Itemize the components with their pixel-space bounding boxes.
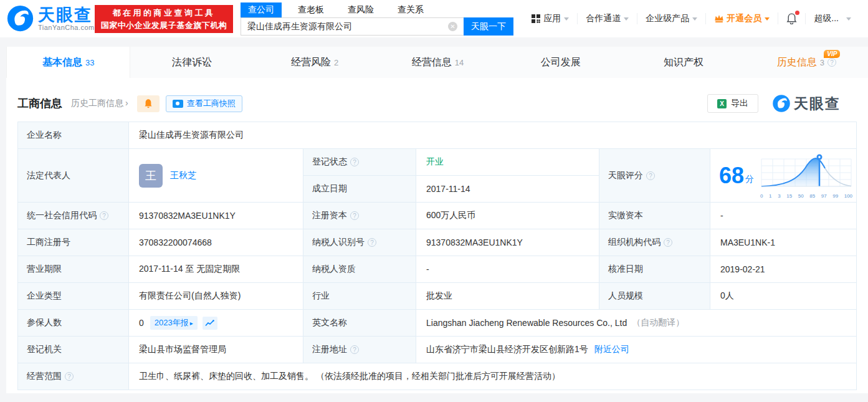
apps-grid-icon	[532, 14, 540, 23]
tab-legal-proceedings[interactable]: 法律诉讼	[130, 47, 253, 78]
field-label-establish-date: 成立日期	[303, 176, 416, 202]
tab-operating-risk[interactable]: 经营风险2	[254, 47, 376, 78]
nav-super-vip[interactable]: 超级...	[805, 13, 859, 24]
help-icon[interactable]	[664, 238, 672, 247]
search-button[interactable]: 天眼一下	[464, 17, 513, 36]
field-value-company-name: 梁山佳成再生资源有限公司	[129, 122, 856, 148]
field-value-staff-size: 0人	[710, 283, 856, 309]
help-icon[interactable]	[65, 372, 74, 381]
view-business-snapshot-button[interactable]: 查看工商快照	[166, 95, 242, 112]
field-value-registration-number: 370832200074668	[129, 229, 303, 256]
nearby-companies-link[interactable]: 附近公司	[594, 344, 629, 355]
field-value-credit-code: 91370832MA3EU1NK1Y	[129, 203, 303, 229]
promo-banner: 都在用的商业查询工具 国家中小企业发展子基金旗下机构	[95, 5, 233, 33]
nav-notifications[interactable]	[778, 12, 805, 24]
field-label-industry: 行业	[303, 283, 416, 309]
excel-icon	[717, 99, 727, 108]
auto-translate-note: （自动翻译）	[632, 317, 684, 328]
field-label-org-code: 组织机构代码	[599, 229, 710, 256]
field-value-registration-authority: 梁山县市场监督管理局	[129, 337, 303, 363]
help-icon[interactable]	[827, 58, 836, 67]
search-tab-risk[interactable]: 查风险	[340, 2, 381, 17]
score-number: 68	[719, 165, 744, 187]
search-tab-relation[interactable]: 查关系	[390, 2, 431, 17]
field-value-registration-status: 开业	[416, 149, 599, 175]
tab-company-development[interactable]: 公司发展	[499, 47, 622, 78]
field-label-credit-code: 统一社会信用代码	[18, 203, 128, 229]
field-label-english-name: 英文名称	[303, 310, 416, 336]
field-label-paid-capital: 实缴资本	[599, 203, 710, 229]
help-icon[interactable]	[646, 171, 655, 180]
search-area: 查公司 查老板 查风险 查关系 天眼一下	[241, 2, 513, 36]
help-icon[interactable]	[350, 345, 359, 354]
nav-open-vip[interactable]: 开通会员	[705, 13, 778, 24]
notification-dot	[795, 11, 799, 15]
field-value-legal-representative: 王 王秋芝	[129, 149, 303, 202]
field-value-business-term: 2017-11-14 至 无固定期限	[129, 256, 303, 282]
field-value-taxpayer-quality: -	[416, 256, 599, 282]
field-label-registered-capital: 注册资本	[303, 203, 416, 229]
section-header: 工商信息 历史工商信息 查看工商快照 导出 天眼查	[17, 94, 857, 113]
score-unit: 分	[745, 174, 754, 185]
nav-partner[interactable]: 合作通道	[577, 13, 637, 24]
field-label-approval-date: 核准日期	[599, 256, 710, 282]
chevron-down-icon	[765, 17, 770, 21]
watermark-brand-text: 天眼查	[794, 94, 841, 113]
help-icon[interactable]	[350, 158, 359, 166]
brand-domain: TianYanCha.com	[38, 24, 95, 31]
chevron-down-icon	[624, 17, 629, 21]
field-value-registered-address: 山东省济宁市梁山县经济开发区创新路1号 附近公司	[416, 337, 856, 363]
subscribe-alert-button[interactable]	[137, 95, 160, 112]
annual-report-link[interactable]: 2023年报	[150, 316, 198, 330]
field-value-company-type: 有限责任公司(自然人独资)	[129, 283, 303, 309]
search-input[interactable]	[241, 17, 464, 36]
nav-apps[interactable]: 应用	[523, 13, 577, 24]
field-value-taxpayer-id: 91370832MA3EU1NK1Y	[416, 229, 599, 256]
camera-icon	[173, 100, 183, 108]
crown-icon	[714, 14, 724, 23]
field-value-business-scope: 卫生巾、纸尿裤、床垫的回收、加工及销售。 （依法须经批准的项目，经相关部门批准后…	[129, 363, 856, 390]
legal-rep-avatar[interactable]: 王	[139, 164, 163, 188]
tab-business-info[interactable]: 经营信息14	[376, 47, 499, 78]
legal-rep-name-link[interactable]: 王秋芝	[170, 170, 196, 181]
logo-swirl-icon	[6, 4, 34, 32]
tianyancha-logo[interactable]: 天眼查 TianYanCha.com	[6, 4, 95, 32]
alert-bell-icon	[144, 98, 153, 108]
field-label-legal-representative: 法定代表人	[18, 149, 128, 202]
section-title: 工商信息	[17, 96, 62, 111]
field-label-insured-count: 参保人数	[18, 310, 128, 336]
score-distribution-chart: 01 315 5085 9799 100	[759, 153, 854, 199]
page-tabs: 基本信息33 法律诉讼 经营风险2 经营信息14 公司发展 知识产权 VIP 历…	[6, 47, 868, 78]
promo-line1: 都在用的商业查询工具	[113, 7, 216, 19]
chevron-down-icon	[692, 17, 697, 21]
field-value-establish-date: 2017-11-14	[416, 176, 599, 202]
insured-trend-button[interactable]	[203, 317, 217, 330]
help-icon[interactable]	[100, 211, 108, 220]
field-label-registration-authority: 登记机关	[18, 337, 128, 363]
help-icon[interactable]	[368, 238, 376, 247]
top-bar: 天眼查 TianYanCha.com 都在用的商业查询工具 国家中小企业发展子基…	[0, 0, 868, 37]
brand-name: 天眼查	[38, 6, 95, 24]
trend-line-icon	[205, 320, 214, 327]
search-tab-boss[interactable]: 查老板	[290, 2, 331, 17]
field-label-taxpayer-quality: 纳税人资质	[303, 256, 416, 282]
field-label-registration-status: 登记状态	[303, 149, 416, 175]
search-tabs: 查公司 查老板 查风险 查关系	[241, 2, 513, 17]
field-value-industry: 批发业	[416, 283, 599, 309]
watermark-logo: 天眼查	[772, 94, 841, 113]
vip-badge: VIP	[824, 50, 840, 58]
tab-history-info[interactable]: VIP 历史信息3	[745, 47, 868, 78]
promo-line2: 国家中小企业发展子基金旗下机构	[101, 20, 227, 31]
export-button[interactable]: 导出	[707, 94, 758, 113]
field-value-tianyan-score: 68 分	[710, 149, 856, 202]
search-tab-company[interactable]: 查公司	[241, 2, 282, 17]
tab-intellectual-property[interactable]: 知识产权	[622, 47, 745, 78]
tab-basic-info[interactable]: 基本信息33	[6, 47, 130, 78]
top-nav: 应用 合作通道 企业级产品 开通会员 超级...	[523, 12, 859, 24]
clear-search-icon[interactable]	[448, 22, 457, 31]
field-value-insured-count: 0 2023年报	[129, 310, 303, 336]
nav-enterprise[interactable]: 企业级产品	[637, 13, 705, 24]
help-icon[interactable]	[350, 211, 359, 220]
history-business-info-link[interactable]: 历史工商信息	[71, 98, 128, 109]
field-value-approval-date: 2019-02-21	[710, 256, 856, 282]
